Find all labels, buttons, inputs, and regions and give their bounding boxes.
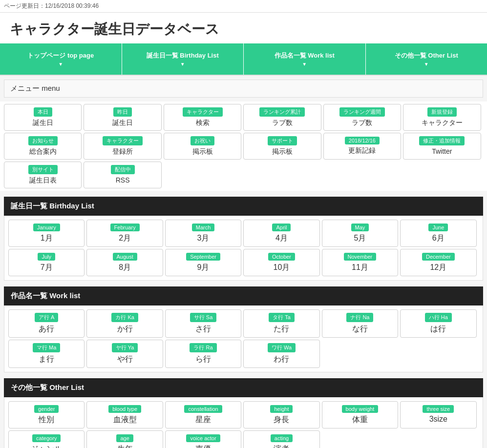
btn-new-reg[interactable]: 新規登録 キャラクター <box>403 104 481 131</box>
work-ra[interactable]: ラ行 Ra ら行 <box>165 340 241 368</box>
nav-birthday[interactable]: 誕生日一覧 Birthday List ▼ <box>122 43 244 75</box>
nav-top[interactable]: トップページ top page ▼ <box>0 43 122 75</box>
other-section-header: その他一覧 Other List <box>4 378 483 397</box>
work-wa[interactable]: ワ行 Wa わ行 <box>243 340 319 368</box>
nav-bar: トップページ top page ▼ 誕生日一覧 Birthday List ▼ … <box>0 43 487 76</box>
page-update: ページ更新日：12/16/2018 00:39:46 <box>0 0 487 13</box>
other-grid: gender 性別 blood type 血液型 constellation 星… <box>4 397 483 448</box>
work-ka[interactable]: カ行 Ka か行 <box>86 309 163 338</box>
work-ya[interactable]: ヤ行 Ya や行 <box>86 340 163 368</box>
work-sa[interactable]: サ行 Sa さ行 <box>165 309 241 338</box>
month-aug[interactable]: August 8月 <box>86 249 163 276</box>
btn-update-log[interactable]: 2018/12/16 更新記録 <box>323 133 401 160</box>
btn-twitter[interactable]: 修正・追加情報 Twitter <box>403 133 481 160</box>
btn-notice[interactable]: お知らせ 総合案内 <box>4 133 82 160</box>
month-nov[interactable]: November 11月 <box>322 249 398 276</box>
btn-char-search[interactable]: キャラクター 検索 <box>164 104 241 131</box>
month-dec[interactable]: December 12月 <box>400 249 476 276</box>
btn-celebration[interactable]: お祝い 掲示板 <box>164 133 241 160</box>
work-a[interactable]: ア行 A あ行 <box>8 309 85 338</box>
month-may[interactable]: May 5月 <box>322 220 398 247</box>
btn-ranking-weekly[interactable]: ランキング週間 ラブ数 <box>323 104 401 131</box>
btn-rss[interactable]: 配信中 RSS <box>84 162 161 188</box>
month-jun[interactable]: June 6月 <box>400 220 476 247</box>
work-ha[interactable]: ハ行 Ha は行 <box>400 309 476 338</box>
other-constellation[interactable]: constellation 星座 <box>165 401 241 428</box>
work-na[interactable]: ナ行 Na な行 <box>322 309 398 338</box>
btn-char-reg[interactable]: キャラクター 登録所 <box>84 133 161 160</box>
month-sep[interactable]: September 9月 <box>165 249 241 276</box>
btn-support[interactable]: サポート 掲示板 <box>243 133 321 160</box>
site-title: キャラクター誕生日データベース <box>0 13 487 43</box>
other-age[interactable]: age 生年 <box>86 430 163 448</box>
month-apr[interactable]: April 4月 <box>243 220 319 247</box>
btn-yesterday[interactable]: 昨日 誕生日 <box>84 104 161 131</box>
work-ma[interactable]: マ行 Ma ま行 <box>8 340 85 368</box>
other-category[interactable]: category ジャンル <box>8 430 85 448</box>
menu-buttons: 本日 誕生日 昨日 誕生日 キャラクター 検索 ランキング累計 ラブ数 ランキン… <box>0 102 487 191</box>
month-jul[interactable]: July 7月 <box>8 249 85 276</box>
btn-ranking-total[interactable]: ランキング累計 ラブ数 <box>243 104 321 131</box>
work-grid: ア行 A あ行 カ行 Ka か行 サ行 Sa さ行 タ行 Ta た行 ナ行 Na… <box>4 305 483 372</box>
birthday-section-header: 誕生日一覧 Birthday List <box>4 197 483 216</box>
nav-otherlist[interactable]: その他一覧 Other List ▼ <box>366 43 487 75</box>
other-blood-type[interactable]: blood type 血液型 <box>86 401 163 428</box>
other-gender[interactable]: gender 性別 <box>8 401 85 428</box>
other-acting[interactable]: acting 演者 <box>243 430 319 448</box>
month-jan[interactable]: January 1月 <box>8 220 85 247</box>
nav-worklist[interactable]: 作品名一覧 Work list ▼ <box>244 43 366 75</box>
menu-title: メニュー menu <box>4 80 483 98</box>
work-ta[interactable]: タ行 Ta た行 <box>243 309 319 338</box>
other-height[interactable]: height 身長 <box>243 401 319 428</box>
birthday-month-grid: January 1月 February 2月 March 3月 April 4月… <box>4 216 483 281</box>
month-oct[interactable]: October 10月 <box>243 249 319 276</box>
btn-today[interactable]: 本日 誕生日 <box>4 104 82 131</box>
month-mar[interactable]: March 3月 <box>165 220 241 247</box>
btn-other-site[interactable]: 別サイト 誕生日表 <box>4 162 82 188</box>
other-body-weight[interactable]: body weight 体重 <box>322 401 398 428</box>
month-feb[interactable]: February 2月 <box>86 220 163 247</box>
work-section-header: 作品名一覧 Work list <box>4 286 483 305</box>
other-three-size[interactable]: three size 3size <box>400 401 476 428</box>
other-voice-actor[interactable]: voice actor 声優 <box>165 430 241 448</box>
